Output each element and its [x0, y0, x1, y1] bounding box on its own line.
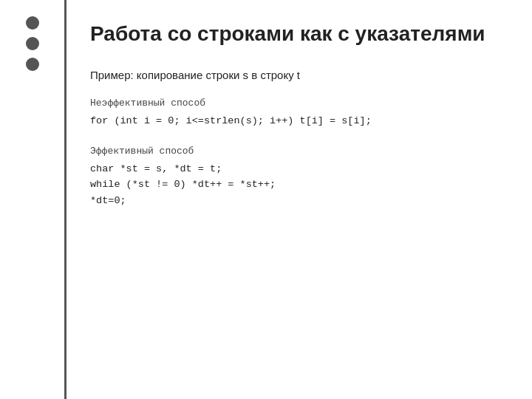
- code-line-4: *dt=0;: [90, 193, 502, 209]
- content-area: Работа со строками как с указателями При…: [66, 0, 532, 399]
- code-line-3: while (*st != 0) *dt++ = *st++;: [90, 177, 502, 193]
- dot-1: [26, 16, 39, 30]
- section2-code: char *st = s, *dt = t; while (*st != 0) …: [90, 161, 502, 209]
- code-line-2: char *st = s, *dt = t;: [90, 161, 502, 177]
- section1-label: Неэффективный способ: [90, 98, 502, 109]
- slide-subtitle: Пример: копирование строки s в строку t: [90, 69, 502, 81]
- section1-code: for (int i = 0; i<=strlen(s); i++) t[i] …: [90, 113, 502, 129]
- code-line-1: for (int i = 0; i<=strlen(s); i++) t[i] …: [90, 113, 502, 129]
- section2-label: Эффективный способ: [90, 146, 502, 157]
- dot-3: [26, 58, 39, 71]
- dot-2: [26, 37, 39, 50]
- left-bar: [0, 0, 66, 399]
- slide-container: Работа со строками как с указателями При…: [0, 0, 532, 399]
- slide-title: Работа со строками как с указателями: [90, 21, 502, 47]
